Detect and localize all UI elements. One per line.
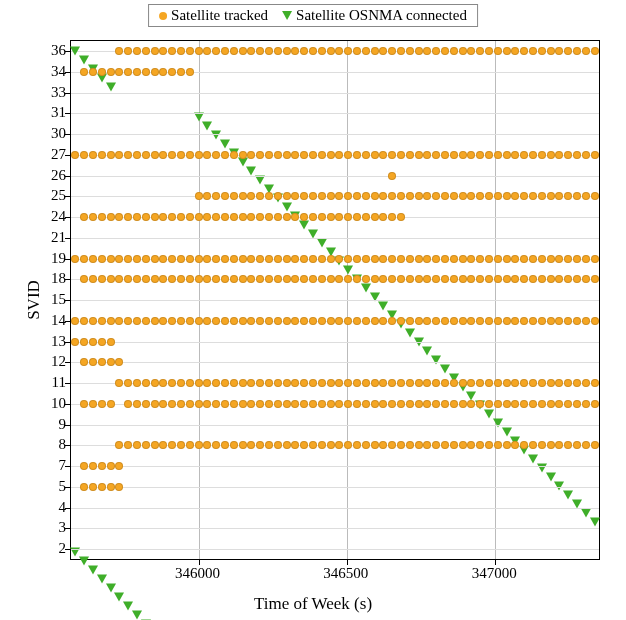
triangle-icon xyxy=(581,508,591,517)
circle-icon xyxy=(177,47,185,55)
circle-icon xyxy=(212,213,220,221)
circle-icon xyxy=(133,441,141,449)
circle-icon xyxy=(353,255,361,263)
triangle-icon xyxy=(493,418,503,427)
circle-icon xyxy=(300,255,308,263)
circle-icon xyxy=(538,400,546,408)
triangle-icon xyxy=(106,583,116,592)
circle-icon xyxy=(327,317,335,325)
circle-icon xyxy=(133,151,141,159)
circle-icon xyxy=(344,400,352,408)
circle-icon xyxy=(124,400,132,408)
circle-icon xyxy=(151,441,159,449)
circle-icon xyxy=(159,400,167,408)
circle-icon xyxy=(239,400,247,408)
circle-icon xyxy=(467,441,475,449)
circle-icon xyxy=(547,441,555,449)
circle-icon xyxy=(582,47,590,55)
circle-icon xyxy=(573,255,581,263)
circle-icon xyxy=(511,151,519,159)
circle-icon xyxy=(239,151,247,159)
circle-icon xyxy=(459,275,467,283)
y-tick-label: 25 xyxy=(51,187,66,204)
circle-icon xyxy=(344,441,352,449)
circle-icon xyxy=(564,255,572,263)
circle-icon xyxy=(300,47,308,55)
triangle-icon xyxy=(282,11,292,20)
x-tick-label: 346500 xyxy=(323,565,368,582)
circle-icon xyxy=(142,441,150,449)
circle-icon xyxy=(494,317,502,325)
circle-icon xyxy=(159,151,167,159)
circle-icon xyxy=(177,379,185,387)
circle-icon xyxy=(274,441,282,449)
circle-icon xyxy=(476,441,484,449)
circle-icon xyxy=(388,317,396,325)
circle-icon xyxy=(573,151,581,159)
circle-icon xyxy=(555,379,563,387)
circle-icon xyxy=(555,400,563,408)
triangle-icon xyxy=(528,454,538,463)
triangle-icon xyxy=(132,610,142,619)
triangle-icon xyxy=(114,592,124,601)
circle-icon xyxy=(327,275,335,283)
circle-icon xyxy=(591,192,599,200)
circle-icon xyxy=(168,275,176,283)
circle-icon xyxy=(335,213,343,221)
circle-icon xyxy=(423,275,431,283)
circle-icon xyxy=(529,317,537,325)
circle-icon xyxy=(353,47,361,55)
circle-icon xyxy=(335,275,343,283)
circle-icon xyxy=(397,151,405,159)
circle-icon xyxy=(98,400,106,408)
circle-icon xyxy=(406,151,414,159)
circle-icon xyxy=(71,338,79,346)
circle-icon xyxy=(115,151,123,159)
y-tick-label: 7 xyxy=(59,457,67,474)
circle-icon xyxy=(555,317,563,325)
circle-icon xyxy=(503,192,511,200)
circle-icon xyxy=(591,275,599,283)
circle-icon xyxy=(212,255,220,263)
circle-icon xyxy=(555,441,563,449)
circle-icon xyxy=(283,255,291,263)
y-tick-label: 13 xyxy=(51,332,66,349)
circle-icon xyxy=(547,379,555,387)
circle-icon xyxy=(221,441,229,449)
circle-icon xyxy=(520,47,528,55)
circle-icon xyxy=(423,317,431,325)
circle-icon xyxy=(450,441,458,449)
circle-icon xyxy=(151,275,159,283)
y-tick-label: 10 xyxy=(51,394,66,411)
circle-icon xyxy=(335,317,343,325)
circle-icon xyxy=(124,379,132,387)
circle-icon xyxy=(195,213,203,221)
circle-icon xyxy=(107,213,115,221)
circle-icon xyxy=(406,255,414,263)
plot-area xyxy=(70,40,600,560)
circle-icon xyxy=(327,47,335,55)
circle-icon xyxy=(529,192,537,200)
circle-icon xyxy=(300,379,308,387)
circle-icon xyxy=(344,151,352,159)
circle-icon xyxy=(318,441,326,449)
circle-icon xyxy=(397,255,405,263)
circle-icon xyxy=(309,317,317,325)
circle-icon xyxy=(520,317,528,325)
triangle-icon xyxy=(282,202,292,211)
circle-icon xyxy=(547,47,555,55)
circle-icon xyxy=(459,441,467,449)
triangle-icon xyxy=(88,565,98,574)
circle-icon xyxy=(186,255,194,263)
circle-icon xyxy=(142,47,150,55)
triangle-icon xyxy=(502,427,512,436)
triangle-icon xyxy=(440,364,450,373)
circle-icon xyxy=(335,441,343,449)
circle-icon xyxy=(151,255,159,263)
circle-icon xyxy=(423,255,431,263)
circle-icon xyxy=(107,68,115,76)
circle-icon xyxy=(80,400,88,408)
circle-icon xyxy=(379,151,387,159)
circle-icon xyxy=(142,151,150,159)
circle-icon xyxy=(177,255,185,263)
